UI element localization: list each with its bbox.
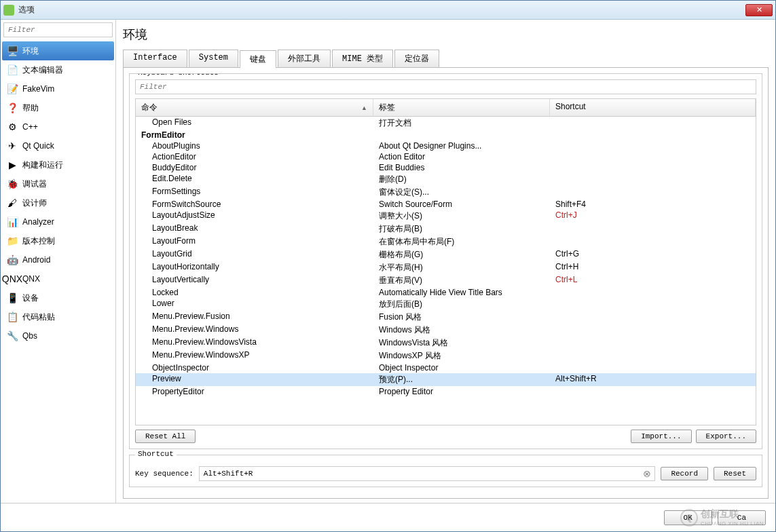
tab-1[interactable]: System [189,50,238,67]
sidebar-item-1[interactable]: 📄文本编辑器 [2,60,114,79]
cell-shortcut [550,174,756,185]
table-row[interactable]: Menu.Preview.WindowsWindows 风格 [136,324,756,337]
record-button[interactable]: Record [661,467,708,480]
sidebar-item-15[interactable]: 🔧Qbs [2,326,114,345]
category-icon: ❓ [6,102,18,114]
sidebar-item-13[interactable]: 📱设备 [2,288,114,307]
category-label: FakeVim [22,84,54,94]
tab-3[interactable]: 外部工具 [278,50,331,67]
cell-shortcut [550,223,756,235]
col-shortcut[interactable]: Shortcut [550,99,756,116]
cell-label: 在窗体布局中布局(F) [373,236,550,248]
tab-5[interactable]: 定位器 [394,50,439,67]
cell-shortcut [550,311,756,323]
cell-label: WindowsXP 风格 [373,350,550,362]
export-button[interactable]: Export... [696,430,756,443]
reset-all-button[interactable]: Reset All [135,430,196,443]
table-row[interactable]: FormSettings窗体设定(S)... [136,186,756,199]
cell-command: Locked [136,288,373,297]
category-label: 环境 [22,45,39,57]
table-row[interactable]: LayoutAdjustSize调整大小(S)Ctrl+J [136,210,756,223]
table-row[interactable]: LayoutHorizontally水平布局(H)Ctrl+H [136,261,756,274]
shortcuts-table: 命令▲ 标签 Shortcut Open Files打开文档FormEditor… [135,98,756,425]
cell-command: LayoutAdjustSize [136,210,373,222]
sidebar-item-12[interactable]: QNXQNX [2,269,114,288]
cell-command: Edit.Delete [136,174,373,185]
table-row[interactable]: LayoutForm在窗体布局中布局(F) [136,235,756,248]
clear-icon[interactable]: ⊗ [643,468,651,479]
category-icon: ✈ [6,140,18,152]
cell-shortcut: Shift+F4 [550,200,756,209]
category-label: Qt Quick [22,141,54,151]
table-row[interactable]: Lower放到后面(B) [136,298,756,311]
table-row[interactable]: LayoutBreak打破布局(B) [136,223,756,235]
cell-label: Object Inspector [373,363,550,373]
shortcuts-buttons: Reset All Import... Export... [135,430,756,443]
cell-command: FormSettings [136,187,373,198]
sidebar-item-11[interactable]: 🤖Android [2,250,114,269]
app-icon [3,5,14,16]
cell-label: 预览(P)... [373,374,550,385]
body: 🖥️环境📄文本编辑器📝FakeVim❓帮助⚙C++✈Qt Quick▶构建和运行… [1,20,775,503]
sidebar-item-6[interactable]: ▶构建和运行 [2,155,114,174]
cell-label: 打开文档 [373,117,550,129]
sidebar-item-9[interactable]: 📊Analyzer [2,212,114,231]
category-icon: 📁 [6,235,18,247]
sidebar-item-3[interactable]: ❓帮助 [2,98,114,117]
table-body[interactable]: Open Files打开文档FormEditorAboutPluginsAbou… [136,117,756,425]
table-row[interactable]: Preview预览(P)...Alt+Shift+R [136,373,756,386]
table-row[interactable]: Menu.Preview.WindowsXPWindowsXP 风格 [136,349,756,362]
cell-shortcut [550,337,756,349]
window-title: 选项 [18,4,745,16]
cell-shortcut: Ctrl+H [550,262,756,273]
sidebar-item-0[interactable]: 🖥️环境 [2,41,114,60]
cell-shortcut [550,324,756,336]
sidebar-item-14[interactable]: 📋代码粘贴 [2,307,114,326]
cell-shortcut [550,288,756,297]
tab-2[interactable]: 键盘 [240,50,276,68]
cell-shortcut: Ctrl+J [550,210,756,222]
shortcuts-filter-input[interactable] [135,79,756,94]
table-row[interactable]: LockedAutomatically Hide View Title Bars [136,287,756,298]
reset-button[interactable]: Reset [714,467,756,480]
table-row[interactable]: PropertyEditorProperty Editor [136,386,756,397]
category-icon: ▶ [6,159,18,171]
cell-shortcut [550,117,756,129]
watermark: Q 创新互联 CHUANG XIN HU LIAN [680,508,764,527]
sidebar-item-2[interactable]: 📝FakeVim [2,79,114,98]
import-button[interactable]: Import... [631,430,691,443]
table-row[interactable]: FormSwitchSourceSwitch Source/FormShift+… [136,199,756,210]
sidebar-item-4[interactable]: ⚙C++ [2,117,114,136]
table-row[interactable]: Open Files打开文档 [136,117,756,130]
table-row[interactable]: FormEditor [136,130,756,140]
sidebar-item-5[interactable]: ✈Qt Quick [2,136,114,155]
table-row[interactable]: Menu.Preview.FusionFusion 风格 [136,311,756,324]
tab-0[interactable]: Interface [123,50,187,67]
close-button[interactable]: ✕ [745,4,773,16]
shortcut-edit-group: Shortcut Key sequence: ⊗ Record Reset [129,455,762,487]
col-label[interactable]: 标签 [373,99,550,116]
sidebar-item-8[interactable]: 🖌设计师 [2,193,114,212]
table-row[interactable]: BuddyEditorEdit Buddies [136,162,756,173]
tab-4[interactable]: MIME 类型 [332,50,393,67]
category-label: Android [22,255,50,265]
table-row[interactable]: AboutPluginsAbout Qt Designer Plugins... [136,140,756,151]
table-row[interactable]: LayoutVertically垂直布局(V)Ctrl+L [136,274,756,287]
table-row[interactable]: LayoutGrid栅格布局(G)Ctrl+G [136,248,756,261]
table-row[interactable]: ActionEditorAction Editor [136,151,756,162]
sidebar-item-10[interactable]: 📁版本控制 [2,231,114,250]
key-sequence-input[interactable] [199,466,656,481]
cell-command: PropertyEditor [136,387,373,396]
category-icon: ⚙ [6,121,18,133]
cell-command: ActionEditor [136,152,373,162]
sidebar-filter-input[interactable] [3,22,113,37]
col-command[interactable]: 命令▲ [136,99,373,116]
table-row[interactable]: ObjectInspectorObject Inspector [136,362,756,373]
table-row[interactable]: Menu.Preview.WindowsVistaWindowsVista 风格 [136,337,756,349]
cell-label: Automatically Hide View Title Bars [373,288,550,297]
table-row[interactable]: Edit.Delete删除(D) [136,173,756,186]
keyboard-shortcuts-group: Keyboard Shortcuts 命令▲ 标签 Shortcut Open … [129,73,762,449]
cell-command: Menu.Preview.Windows [136,324,373,336]
sidebar-item-7[interactable]: 🐞调试器 [2,174,114,193]
cell-command: LayoutVertically [136,275,373,286]
